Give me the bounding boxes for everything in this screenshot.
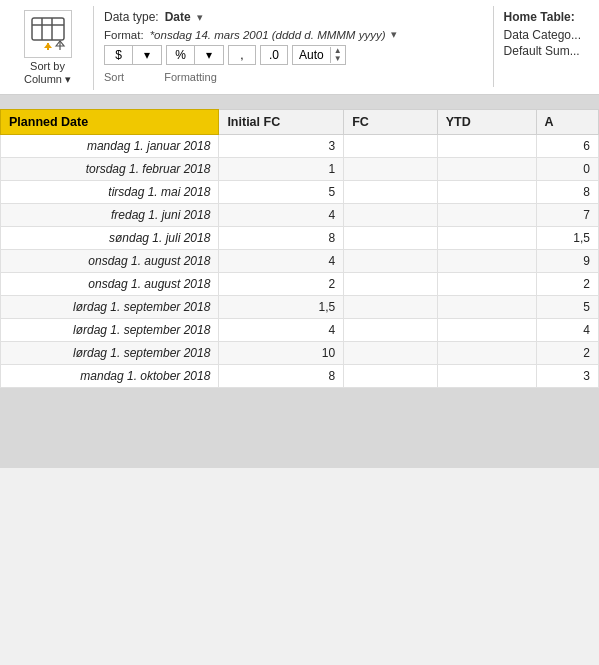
auto-label: Auto	[293, 46, 330, 64]
cell-ytd[interactable]	[437, 227, 536, 250]
decimal-button[interactable]: .0	[260, 45, 288, 65]
cell-date[interactable]: lørdag 1. september 2018	[1, 319, 219, 342]
cell-ytd[interactable]	[437, 342, 536, 365]
data-type-row: Data type: Date ▾	[104, 10, 483, 24]
percent-button[interactable]: %	[167, 46, 195, 64]
cell-a[interactable]: 6	[536, 135, 598, 158]
sort-by-column-button[interactable]	[24, 10, 72, 58]
cell-initial-fc[interactable]: 3	[219, 135, 344, 158]
cell-a[interactable]: 5	[536, 296, 598, 319]
table-row: lørdag 1. september 20181,55	[1, 296, 599, 319]
cell-a[interactable]: 1,5	[536, 227, 598, 250]
table-row: mandag 1. oktober 201883	[1, 365, 599, 388]
cell-fc[interactable]	[344, 135, 438, 158]
cell-a[interactable]: 9	[536, 250, 598, 273]
home-table-label: Home Table:	[504, 10, 581, 24]
cell-a[interactable]: 7	[536, 204, 598, 227]
cell-fc[interactable]	[344, 227, 438, 250]
table-body: mandag 1. januar 201836torsdag 1. februa…	[1, 135, 599, 388]
cell-ytd[interactable]	[437, 250, 536, 273]
cell-ytd[interactable]	[437, 135, 536, 158]
spin-down[interactable]: ▼	[331, 55, 345, 63]
cell-fc[interactable]	[344, 365, 438, 388]
cell-initial-fc[interactable]: 4	[219, 250, 344, 273]
table-row: lørdag 1. september 2018102	[1, 342, 599, 365]
default-sum-item: Default Sum...	[504, 44, 581, 58]
sort-section-label: Sort	[104, 71, 124, 83]
auto-spinbox[interactable]: Auto ▲ ▼	[292, 45, 346, 65]
cell-date[interactable]: onsdag 1. august 2018	[1, 273, 219, 296]
col-header-planned-date[interactable]: Planned Date	[1, 110, 219, 135]
cell-initial-fc[interactable]: 4	[219, 319, 344, 342]
table-row: tirsdag 1. mai 201858	[1, 181, 599, 204]
format-row: Format: *onsdag 14. mars 2001 (dddd d. M…	[104, 28, 483, 41]
cell-initial-fc[interactable]: 1,5	[219, 296, 344, 319]
ribbon-right: Home Table: Data Catego... Default Sum..…	[494, 6, 591, 64]
cell-fc[interactable]	[344, 342, 438, 365]
cell-ytd[interactable]	[437, 319, 536, 342]
cell-fc[interactable]	[344, 250, 438, 273]
cell-date[interactable]: onsdag 1. august 2018	[1, 250, 219, 273]
table-row: søndag 1. juli 201881,5	[1, 227, 599, 250]
format-label: Format:	[104, 29, 144, 41]
table-row: torsdag 1. februar 201810	[1, 158, 599, 181]
cell-fc[interactable]	[344, 158, 438, 181]
cell-date[interactable]: lørdag 1. september 2018	[1, 342, 219, 365]
percent-btn-group[interactable]: % ▾	[166, 45, 224, 65]
percent-dropdown[interactable]: ▾	[195, 46, 223, 64]
table-row: onsdag 1. august 201849	[1, 250, 599, 273]
cell-fc[interactable]	[344, 181, 438, 204]
cell-initial-fc[interactable]: 10	[219, 342, 344, 365]
data-type-dropdown[interactable]: ▾	[197, 11, 203, 24]
cell-date[interactable]: mandag 1. oktober 2018	[1, 365, 219, 388]
sort-label: Sort by Column ▾	[24, 60, 71, 86]
cell-ytd[interactable]	[437, 365, 536, 388]
cell-ytd[interactable]	[437, 273, 536, 296]
cell-fc[interactable]	[344, 204, 438, 227]
cell-fc[interactable]	[344, 319, 438, 342]
comma-button[interactable]: ,	[228, 45, 256, 65]
cell-date[interactable]: lørdag 1. september 2018	[1, 296, 219, 319]
cell-initial-fc[interactable]: 8	[219, 227, 344, 250]
data-table-wrapper: Planned Date Initial FC FC YTD A mandag …	[0, 109, 599, 388]
cell-a[interactable]: 2	[536, 273, 598, 296]
col-header-a[interactable]: A	[536, 110, 598, 135]
cell-ytd[interactable]	[437, 181, 536, 204]
ribbon-main: Data type: Date ▾ Format: *onsdag 14. ma…	[94, 6, 494, 87]
cell-date[interactable]: fredag 1. juni 2018	[1, 204, 219, 227]
cell-date[interactable]: tirsdag 1. mai 2018	[1, 181, 219, 204]
dollar-button[interactable]: $	[105, 46, 133, 64]
cell-date[interactable]: søndag 1. juli 2018	[1, 227, 219, 250]
cell-initial-fc[interactable]: 4	[219, 204, 344, 227]
data-table: Planned Date Initial FC FC YTD A mandag …	[0, 109, 599, 388]
data-category-item: Data Catego...	[504, 28, 581, 42]
dollar-btn-group[interactable]: $ ▾	[104, 45, 162, 65]
dollar-dropdown[interactable]: ▾	[133, 46, 161, 64]
cell-ytd[interactable]	[437, 296, 536, 319]
cell-a[interactable]: 2	[536, 342, 598, 365]
cell-initial-fc[interactable]: 5	[219, 181, 344, 204]
table-row: onsdag 1. august 201822	[1, 273, 599, 296]
cell-ytd[interactable]	[437, 158, 536, 181]
col-header-initial-fc[interactable]: Initial FC	[219, 110, 344, 135]
col-header-ytd[interactable]: YTD	[437, 110, 536, 135]
cell-initial-fc[interactable]: 1	[219, 158, 344, 181]
cell-a[interactable]: 0	[536, 158, 598, 181]
sort-section: Sort by Column ▾	[8, 6, 94, 90]
section-labels: Sort Formatting	[104, 71, 483, 83]
cell-initial-fc[interactable]: 2	[219, 273, 344, 296]
formatting-section-label: Formatting	[164, 71, 217, 83]
format-dropdown[interactable]: ▾	[391, 28, 397, 41]
table-row: fredag 1. juni 201847	[1, 204, 599, 227]
cell-fc[interactable]	[344, 273, 438, 296]
cell-date[interactable]: mandag 1. januar 2018	[1, 135, 219, 158]
cell-initial-fc[interactable]: 8	[219, 365, 344, 388]
cell-ytd[interactable]	[437, 204, 536, 227]
cell-a[interactable]: 4	[536, 319, 598, 342]
data-type-label: Data type:	[104, 10, 159, 24]
cell-a[interactable]: 8	[536, 181, 598, 204]
cell-a[interactable]: 3	[536, 365, 598, 388]
cell-date[interactable]: torsdag 1. februar 2018	[1, 158, 219, 181]
col-header-fc[interactable]: FC	[344, 110, 438, 135]
cell-fc[interactable]	[344, 296, 438, 319]
